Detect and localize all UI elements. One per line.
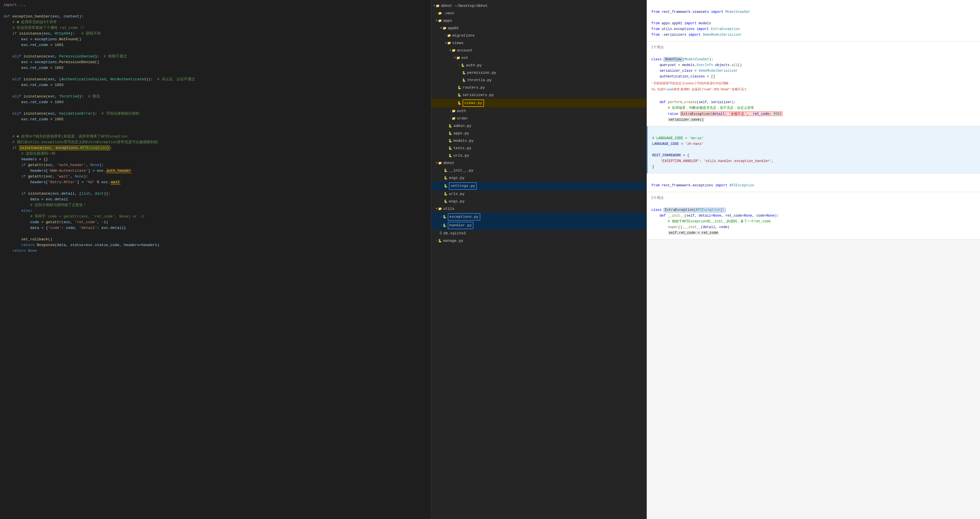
python-file-icon: 🐍	[448, 153, 452, 159]
python-file-icon: 🐍	[457, 92, 461, 98]
throttle-py-label: throttle.py	[467, 77, 492, 83]
settings-py-label: settings.py	[449, 182, 477, 190]
right-code-method: def perform_create(self, serializer): # …	[651, 94, 975, 123]
tree-admin-py[interactable]: 🐍 admin.py	[431, 122, 646, 130]
tree-settings-py[interactable]: 🐍 settings.py	[431, 182, 646, 190]
python-file-icon: 🐍	[442, 222, 447, 228]
python-file-icon: 🐍	[457, 85, 461, 91]
tree-init-py[interactable]: 🐍 __init__.py	[431, 167, 646, 174]
python-file-icon: 🐍	[448, 138, 452, 144]
app01-label: app01	[448, 25, 459, 32]
chevron-right-icon: ›	[440, 214, 442, 220]
right-code-class: class DemoView(ModelViewSet): queryset =…	[651, 51, 975, 80]
section-num-1: 1个用法	[651, 45, 975, 50]
folder-icon: 📁	[452, 108, 456, 114]
root-label: dbhot ~/Desktop/dbhot	[441, 3, 488, 9]
folder-icon: 📁	[456, 55, 460, 61]
chevron-down-icon: ▼	[449, 48, 451, 54]
right-code-imports: from rest_framework.viewsets import Mode…	[651, 3, 975, 38]
urls-app01-label: urls.py	[453, 153, 469, 159]
init-py-label: __init__.py	[449, 168, 473, 174]
tree-permission-py[interactable]: 🐍 permission.py	[431, 69, 646, 77]
order-label: order	[457, 115, 468, 122]
folder-icon: 📁	[438, 206, 442, 212]
python-file-icon: 🐍	[448, 123, 452, 129]
apps-label: apps	[443, 18, 452, 24]
chevron-right-icon: ›	[436, 10, 438, 17]
manage-py-label: manage.py	[443, 238, 463, 244]
tree-order[interactable]: › 📁 order	[431, 115, 646, 122]
python-file-icon: 🐍	[462, 77, 466, 83]
tree-venv[interactable]: › 📁 .venv	[431, 10, 646, 17]
tree-serializers-py[interactable]: 🐍 serializers.py	[431, 91, 646, 99]
folder-icon: 📁	[452, 48, 456, 54]
code-editor: import ...	[0, 2, 431, 8]
chevron-right-icon: ›	[449, 115, 451, 122]
tree-tests-py[interactable]: 🐍 tests.py	[431, 145, 646, 152]
file-tree-panel[interactable]: ▼ 📁 dbhot ~/Desktop/dbhot › 📁 .venv ▼ 📁 …	[431, 0, 647, 519]
tree-views[interactable]: ▼ 📁 views	[431, 40, 646, 47]
routers-py-label: routers.py	[463, 85, 485, 91]
python-file-icon: 🐍	[444, 191, 448, 197]
tree-wsgi-py[interactable]: 🐍 wsgi.py	[431, 198, 646, 205]
tree-models-py[interactable]: 🐍 models.py	[431, 137, 646, 145]
right-code-settings: # LANGUAGE_CODE = 'en-us' LANGUAGE_CODE …	[652, 130, 975, 170]
tree-urls-py-dbhot[interactable]: 🐍 urls.py	[431, 190, 646, 198]
chevron-right-icon: ›	[449, 108, 451, 114]
tree-handler-py[interactable]: › 🐍 handler.py	[431, 221, 646, 230]
tree-auth-py[interactable]: › 🐍 auth.py	[431, 62, 646, 69]
exceptions-py-label: exceptions.py	[448, 213, 480, 220]
migrations-label: migrations	[452, 33, 474, 39]
tree-manage-py[interactable]: › 🐍 manage.py	[431, 237, 646, 244]
tree-apps[interactable]: ▼ 📁 apps	[431, 17, 646, 25]
chevron-down-icon: ▼	[440, 25, 442, 32]
chevron-right-icon: ›	[445, 33, 447, 39]
python-file-icon: 🐍	[461, 62, 465, 69]
dbhot-sub-label: dbhot	[443, 160, 454, 166]
right-section-usage2: 2个用法 class ExtraException(APIException):…	[647, 192, 980, 240]
tree-views-py[interactable]: 🐍 views.py	[431, 99, 646, 107]
folder-icon: 📁	[452, 115, 456, 122]
right-section-imports: from rest_framework.viewsets import Mode…	[647, 0, 980, 42]
left-code-panel[interactable]: import ... def exception_handler(exc, co…	[0, 0, 431, 519]
tree-routers-py[interactable]: 🐍 routers.py	[431, 84, 646, 91]
python-file-icon: 🐍	[444, 183, 448, 189]
wsgi-py-label: wsgi.py	[449, 198, 465, 204]
tree-apps-py[interactable]: 🐍 apps.py	[431, 130, 646, 137]
chevron-down-icon: ▼	[454, 55, 456, 61]
chevron-right-icon: ›	[440, 222, 442, 228]
right-section-settings: # LANGUAGE_CODE = 'en-us' LANGUAGE_CODE …	[647, 126, 980, 174]
chevron-down-icon: ▼	[436, 18, 438, 24]
tree-db-sqlite3[interactable]: 🗄 db.sqlite3	[431, 230, 646, 237]
tree-urls-py-app01[interactable]: 🐍 urls.py	[431, 152, 646, 160]
code-editor-body: def exception_handler(exc, context): # ■…	[0, 8, 431, 254]
right-annotation: * 关联前面章节的自定义mixins小节的内容进行对比理解	[651, 81, 975, 85]
tree-auth-folder[interactable]: › 📁 auth	[431, 107, 646, 115]
views-py-label: views.py	[463, 99, 484, 107]
section-num-2: 2个用法	[651, 195, 975, 200]
tree-app01[interactable]: ▼ 📁 app01	[431, 25, 646, 32]
apps-py-label: apps.py	[453, 130, 469, 137]
python-file-icon: 🐍	[448, 145, 452, 152]
tree-migrations[interactable]: › 📁 migrations	[431, 32, 646, 40]
tree-account[interactable]: ▼ 📁 account	[431, 47, 646, 54]
right-code-apiexception-import: from rest_framework.exceptions import AP…	[651, 177, 975, 188]
tree-asgi-py[interactable]: 🐍 asgi.py	[431, 174, 646, 182]
tree-exceptions-py[interactable]: › 🐍 exceptions.py	[431, 212, 646, 221]
chevron-down-icon: ▼	[436, 206, 438, 212]
permission-py-label: permission.py	[467, 70, 496, 76]
right-code-extra-exception: class ExtraException(APIException): def …	[651, 201, 975, 236]
folder-icon: 📁	[438, 160, 442, 166]
tree-throttle-py[interactable]: 🐍 throttle.py	[431, 77, 646, 84]
db-file-icon: 🗄	[439, 230, 442, 236]
db-sqlite3-label: db.sqlite3	[444, 230, 466, 236]
chevron-right-icon: ›	[436, 238, 438, 244]
tree-root-dbhot[interactable]: ▼ 📁 dbhot ~/Desktop/dbhot	[431, 2, 646, 10]
right-section-apiexception: from rest_framework.exceptions import AP…	[647, 174, 980, 192]
right-section-usage1: 1个用法 class DemoView(ModelViewSet): query…	[647, 42, 980, 126]
tree-ext[interactable]: ▼ 📁 ext	[431, 54, 646, 62]
tree-dbhot-sub[interactable]: ▼ 📁 dbhot	[431, 160, 646, 167]
account-label: account	[457, 48, 473, 54]
tree-utils[interactable]: ▼ 📁 utils	[431, 205, 646, 212]
python-file-icon: 🐍	[457, 100, 461, 106]
